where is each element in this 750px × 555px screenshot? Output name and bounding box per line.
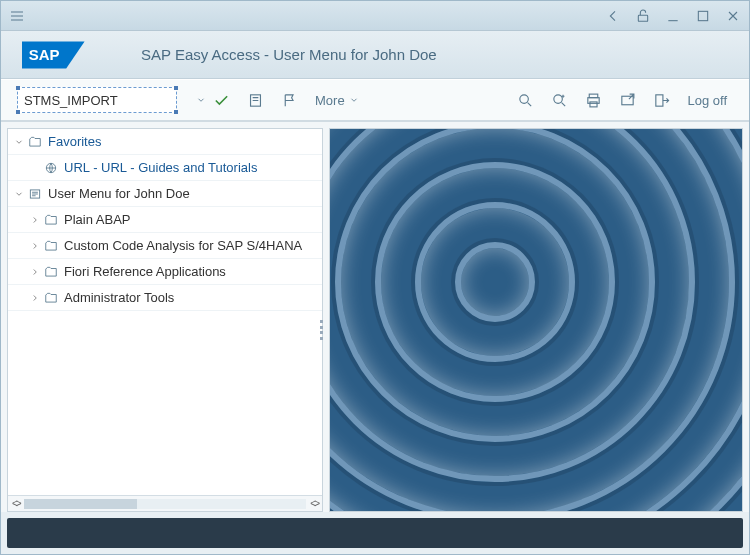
- tree-scrollbar[interactable]: <> <>: [8, 495, 322, 511]
- svg-point-4: [520, 94, 529, 103]
- titlebar: [1, 1, 749, 31]
- tree-folder-item[interactable]: Administrator Tools: [8, 285, 322, 311]
- tree-label: URL - URL - Guides and Tutorials: [64, 160, 257, 175]
- menu-folder-icon: [26, 187, 44, 201]
- search-plus-icon[interactable]: [545, 86, 573, 114]
- tree-label: User Menu for John Doe: [48, 186, 190, 201]
- flag-icon[interactable]: [275, 86, 303, 114]
- svg-rect-8: [590, 101, 597, 106]
- svg-rect-9: [622, 96, 633, 105]
- folder-icon: [42, 265, 60, 279]
- page-title: SAP Easy Access - User Menu for John Doe: [141, 46, 437, 63]
- url-icon: [42, 161, 60, 175]
- tree-label: Administrator Tools: [64, 290, 174, 305]
- tree-label: Plain ABAP: [64, 212, 131, 227]
- back-icon[interactable]: [605, 8, 621, 24]
- tree-favorite-item[interactable]: URL - URL - Guides and Tutorials: [8, 155, 322, 181]
- toolbar: More Log off: [1, 79, 749, 121]
- content-area: Favorites URL - URL - Guides and Tutoria…: [1, 121, 749, 512]
- minimize-icon[interactable]: [665, 8, 681, 24]
- chevron-down-icon: [12, 137, 26, 147]
- background-image: [329, 128, 743, 512]
- exit-icon[interactable]: [647, 86, 675, 114]
- svg-rect-10: [656, 94, 663, 105]
- tcode-input-wrapper[interactable]: [17, 87, 177, 113]
- new-window-icon[interactable]: [613, 86, 641, 114]
- tree-folder-item[interactable]: Custom Code Analysis for SAP S/4HANA: [8, 233, 322, 259]
- tree-favorites[interactable]: Favorites: [8, 129, 322, 155]
- svg-point-5: [554, 94, 563, 103]
- svg-text:SAP: SAP: [29, 45, 60, 62]
- scrollbar-thumb[interactable]: [24, 499, 137, 509]
- folder-icon: [42, 213, 60, 227]
- logoff-button[interactable]: Log off: [681, 93, 733, 108]
- chevron-right-icon: [28, 293, 42, 303]
- tree-folder-item[interactable]: Plain ABAP: [8, 207, 322, 233]
- chevron-right-icon: [28, 267, 42, 277]
- print-icon[interactable]: [579, 86, 607, 114]
- scroll-left-icon[interactable]: <>: [12, 498, 20, 509]
- maximize-icon[interactable]: [695, 8, 711, 24]
- scroll-right-icon[interactable]: <>: [310, 498, 318, 509]
- execute-button[interactable]: [207, 86, 235, 114]
- splitter-handle[interactable]: [320, 320, 326, 340]
- star-folder-icon: [26, 135, 44, 149]
- navigation-tree: Favorites URL - URL - Guides and Tutoria…: [7, 128, 323, 512]
- chevron-down-icon[interactable]: [196, 91, 206, 109]
- sap-logo: SAP: [21, 38, 91, 72]
- svg-rect-1: [698, 11, 707, 20]
- tcode-input[interactable]: [24, 93, 192, 108]
- tree-usermenu[interactable]: User Menu for John Doe: [8, 181, 322, 207]
- chevron-down-icon: [12, 189, 26, 199]
- header: SAP SAP Easy Access - User Menu for John…: [1, 31, 749, 79]
- tree-label: Fiori Reference Applications: [64, 264, 226, 279]
- tree-label: Custom Code Analysis for SAP S/4HANA: [64, 238, 302, 253]
- document-icon[interactable]: [241, 86, 269, 114]
- folder-icon: [42, 239, 60, 253]
- tree-label: Favorites: [48, 134, 101, 149]
- chevron-right-icon: [28, 241, 42, 251]
- status-bar: [7, 518, 743, 548]
- app-window: SAP SAP Easy Access - User Menu for John…: [0, 0, 750, 555]
- more-label: More: [315, 93, 345, 108]
- chevron-right-icon: [28, 215, 42, 225]
- unlock-icon[interactable]: [635, 8, 651, 24]
- svg-rect-0: [638, 15, 647, 21]
- tree-empty-area: [8, 311, 322, 495]
- menu-icon[interactable]: [9, 8, 25, 24]
- search-icon[interactable]: [511, 86, 539, 114]
- folder-icon: [42, 291, 60, 305]
- tree-folder-item[interactable]: Fiori Reference Applications: [8, 259, 322, 285]
- scrollbar-track[interactable]: [24, 499, 307, 509]
- close-icon[interactable]: [725, 8, 741, 24]
- more-button[interactable]: More: [309, 93, 365, 108]
